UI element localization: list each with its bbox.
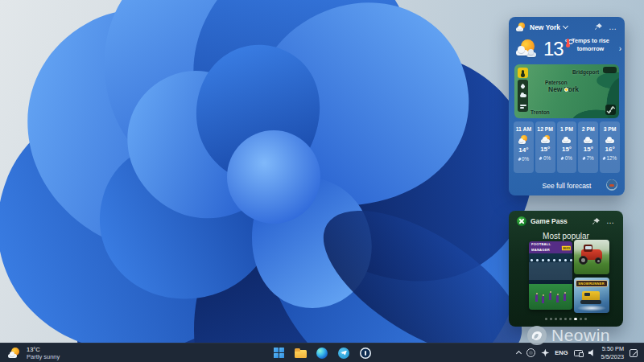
- pagination-dot[interactable]: [584, 318, 587, 320]
- taskbar-weather-button[interactable]: 13°C Partly sunny: [0, 346, 161, 360]
- taskbar: 13°C Partly sunny ENG: [0, 343, 644, 362]
- droplet-icon: [582, 156, 586, 160]
- pagination-dot[interactable]: [580, 318, 582, 320]
- sparkle-tray-icon[interactable]: [541, 349, 549, 357]
- map-expand-button[interactable]: [605, 105, 616, 115]
- pin-icon[interactable]: [595, 23, 602, 31]
- more-options-icon[interactable]: …: [606, 220, 615, 223]
- pagination-dot[interactable]: [564, 318, 567, 320]
- cloudy-icon: [605, 135, 615, 143]
- game-tile-snowrunner[interactable]: SNOWRUNNER: [574, 278, 609, 313]
- pagination-dots: [509, 318, 623, 320]
- tray-app-icon[interactable]: [526, 348, 535, 357]
- droplet-icon: [539, 156, 543, 160]
- onepassword-button[interactable]: [358, 346, 373, 360]
- cloudy-icon: [583, 135, 593, 143]
- desktop: New York … 13 °C Temps to rise tomorrow …: [0, 0, 644, 362]
- hourly-cell[interactable]: 2 PM 15° 7%: [578, 121, 598, 173]
- current-weather-icon: [516, 39, 539, 59]
- weather-widget[interactable]: New York … 13 °C Temps to rise tomorrow …: [509, 17, 625, 195]
- droplet-icon: [520, 83, 526, 88]
- taskbar-weather-condition: Partly sunny: [27, 353, 60, 360]
- hour-temp: 16°: [605, 146, 615, 153]
- game-tile-football-manager[interactable]: FOOTBALL MANAGER 2023: [529, 241, 572, 310]
- cloudy-icon: [561, 135, 572, 143]
- map-layer-precipitation-button[interactable]: [518, 81, 528, 91]
- expand-arrows-icon: [608, 107, 613, 113]
- hour-temp: 15°: [562, 146, 572, 153]
- mostly-cloudy-icon: [540, 135, 551, 143]
- pagination-dot[interactable]: [574, 318, 576, 320]
- map-label-newyork: New York: [548, 85, 579, 93]
- pagination-dot[interactable]: [559, 318, 562, 320]
- game-tile-farming-simulator[interactable]: [574, 240, 609, 274]
- clock-time: 5:50 PM: [602, 345, 624, 352]
- truck-image: [582, 291, 600, 301]
- weather-condition-icon: [8, 348, 22, 359]
- clock[interactable]: 5:50 PM 5/5/2023: [601, 345, 624, 360]
- windows-logo-icon: [274, 348, 284, 358]
- edge-browser-button[interactable]: [315, 346, 329, 360]
- hour-precip: 0%: [522, 156, 529, 162]
- see-full-forecast-link[interactable]: See full forecast: [543, 182, 592, 190]
- stadium-lights: [529, 259, 572, 261]
- hour-precip: 7%: [586, 155, 593, 161]
- hourly-cell[interactable]: 11 AM 14° 0%: [514, 121, 534, 173]
- hour-temp: 14°: [518, 146, 528, 154]
- map-label-bridgeport: Bridgeport: [572, 69, 599, 75]
- gamepass-widget[interactable]: Game Pass … Most popular FOOTBALL MANAGE…: [509, 211, 623, 327]
- thermometer-icon: [567, 39, 569, 46]
- droplet-icon: [602, 156, 606, 160]
- pagination-dot[interactable]: [550, 318, 552, 320]
- chevron-right-icon[interactable]: ›: [619, 44, 621, 53]
- xbox-logo-icon: [517, 216, 526, 226]
- hourly-forecast: 11 AM 14° 0% 12 PM 15° 0% 1 PM 15° 0% 2 …: [514, 121, 620, 173]
- hour-label: 12 PM: [537, 126, 553, 132]
- telegram-icon: [338, 348, 349, 359]
- snowrunner-logo: SNOWRUNNER: [576, 280, 608, 287]
- football-manager-logo: FOOTBALL MANAGER 2023: [529, 241, 572, 253]
- chevron-down-icon: [563, 23, 568, 29]
- map-collapsed-control[interactable]: [603, 67, 617, 73]
- hourly-cell[interactable]: 3 PM 16° 12%: [600, 121, 620, 173]
- hidden-icons-chevron[interactable]: [516, 351, 522, 356]
- map-label-paterson: Paterson: [545, 80, 568, 85]
- hour-label: 2 PM: [582, 126, 595, 132]
- weather-headline[interactable]: Temps to rise tomorrow: [567, 37, 613, 53]
- droplet-icon: [560, 156, 564, 160]
- start-button[interactable]: [271, 346, 286, 360]
- telegram-button[interactable]: [336, 346, 351, 360]
- network-icon[interactable]: [574, 350, 583, 356]
- hour-precip: 0%: [543, 155, 551, 161]
- language-indicator[interactable]: ENG: [555, 349, 568, 356]
- thermometer-icon: [522, 70, 524, 76]
- volume-icon[interactable]: [588, 349, 596, 356]
- cloud-icon: [520, 94, 526, 97]
- hourly-cell[interactable]: 12 PM 15° 0%: [535, 121, 555, 173]
- weather-map[interactable]: Bridgeport Paterson New York Trenton: [514, 64, 619, 118]
- hour-label: 11 AM: [516, 126, 531, 132]
- onepassword-icon: [360, 348, 371, 359]
- headline-line1: Temps to rise: [572, 37, 609, 45]
- pagination-dot[interactable]: [569, 318, 572, 320]
- pin-icon[interactable]: [592, 218, 600, 225]
- map-layer-temperature-button[interactable]: [518, 68, 528, 78]
- taskbar-weather-temp: 13°C: [27, 346, 60, 353]
- folder-icon: [295, 350, 307, 358]
- map-location-dot: [564, 88, 568, 92]
- pagination-dot[interactable]: [555, 318, 557, 320]
- map-layer-cloud-button[interactable]: [518, 91, 528, 101]
- hour-temp: 15°: [540, 146, 550, 153]
- weather-location-dropdown[interactable]: New York: [516, 23, 568, 31]
- more-options-icon[interactable]: …: [609, 26, 617, 29]
- map-label-trenton: Trenton: [530, 109, 550, 115]
- hourly-cell[interactable]: 1 PM 15° 0%: [557, 121, 577, 173]
- pen-workspace-icon[interactable]: [630, 349, 638, 357]
- pagination-dot[interactable]: [545, 318, 547, 320]
- weather-condition-icon: [516, 23, 526, 31]
- hour-label: 1 PM: [560, 126, 573, 132]
- file-explorer-button[interactable]: [293, 346, 308, 360]
- stadium-crowd: [529, 262, 572, 280]
- edge-icon: [316, 348, 328, 359]
- map-layer-wind-button[interactable]: [518, 101, 528, 110]
